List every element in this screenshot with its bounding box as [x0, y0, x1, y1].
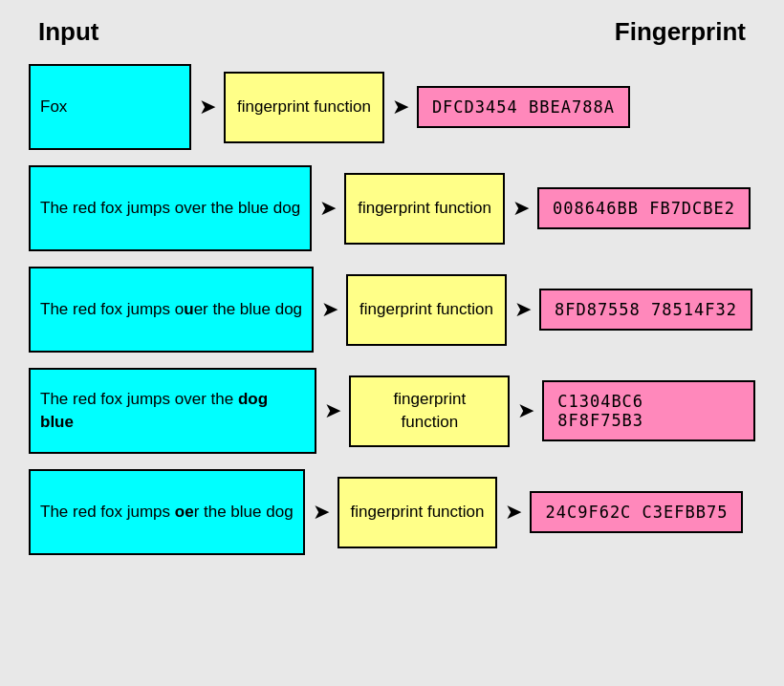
input-box-fox: Fox: [29, 64, 191, 150]
row-sentence1: The red fox jumps over the blue dog ➤ fi…: [19, 160, 765, 257]
input-box-5: The red fox jumps oer the blue dog: [29, 469, 305, 555]
input-text-2: The red fox jumps over the blue dog: [40, 197, 300, 220]
input-text-5: The red fox jumps oer the blue dog: [40, 501, 294, 524]
input-text-fox: Fox: [40, 96, 67, 118]
row-sentence4: The red fox jumps oer the blue dog ➤ fin…: [19, 463, 765, 561]
func-label-4: fingerprint function: [362, 388, 496, 434]
func-box-4: fingerprint function: [349, 375, 510, 447]
row-fox: Fox ➤ fingerprint function ➤ DFCD3454 BB…: [19, 58, 765, 156]
arrow-3b: ➤: [514, 297, 532, 322]
output-box-5: 24C9F62C C3EFBB75: [530, 491, 743, 533]
output-box-1: DFCD3454 BBEA788A: [417, 86, 630, 128]
func-label-3: fingerprint function: [359, 298, 493, 321]
output-text-5: 24C9F62C C3EFBB75: [545, 503, 728, 522]
func-box-1: fingerprint function: [224, 72, 384, 143]
func-label-2: fingerprint function: [358, 197, 491, 220]
input-box-2: The red fox jumps over the blue dog: [29, 165, 312, 251]
output-box-4: C1304BC6 8F8F75B3: [542, 380, 755, 441]
arrow-1b: ➤: [392, 95, 409, 119]
arrow-2: ➤: [319, 196, 337, 221]
output-box-2: 008646BB FB7DCBE2: [537, 187, 751, 229]
output-text-4: C1304BC6 8F8F75B3: [557, 392, 740, 430]
arrow-1: ➤: [199, 95, 216, 119]
input-box-3: The red fox jumps ouer the blue dog: [29, 267, 314, 353]
output-text-3: 8FD87558 78514F32: [555, 300, 737, 319]
arrow-4: ➤: [324, 398, 341, 423]
arrow-4b: ➤: [517, 398, 534, 423]
func-label-5: fingerprint function: [351, 501, 485, 524]
header-input-label: Input: [38, 17, 99, 47]
output-box-3: 8FD87558 78514F32: [539, 289, 752, 331]
arrow-5: ➤: [313, 500, 330, 525]
row-sentence2: The red fox jumps ouer the blue dog ➤ fi…: [19, 261, 765, 358]
func-box-2: fingerprint function: [344, 173, 505, 245]
input-box-4: The red fox jumps over the dog blue: [29, 368, 316, 454]
func-label-1: fingerprint function: [237, 96, 371, 118]
arrow-2b: ➤: [512, 196, 530, 221]
func-box-5: fingerprint function: [338, 477, 498, 548]
row-sentence3: The red fox jumps over the dog blue ➤ fi…: [19, 362, 765, 460]
header-fingerprint-label: Fingerprint: [615, 17, 746, 47]
func-box-3: fingerprint function: [346, 274, 507, 346]
arrow-3: ➤: [321, 297, 338, 322]
output-text-2: 008646BB FB7DCBE2: [553, 199, 735, 218]
output-text-1: DFCD3454 BBEA788A: [432, 97, 615, 117]
arrow-5b: ➤: [505, 500, 522, 525]
input-text-3: The red fox jumps ouer the blue dog: [40, 298, 302, 321]
input-text-4: The red fox jumps over the dog blue: [40, 388, 305, 434]
